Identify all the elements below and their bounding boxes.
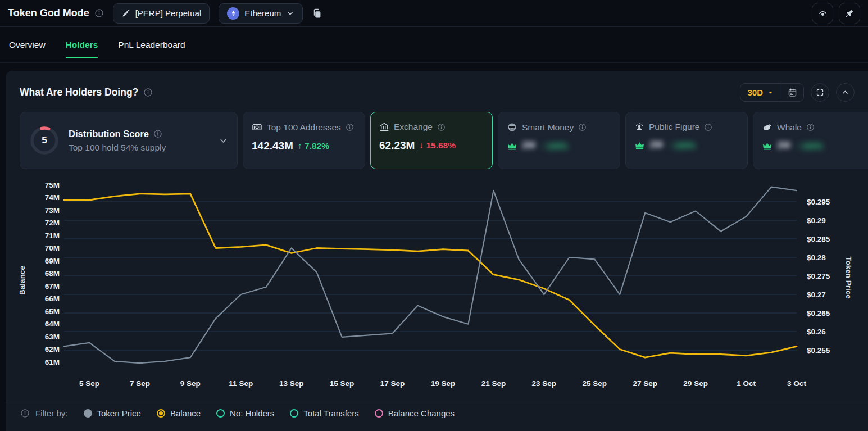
svg-text:$0.26: $0.26 xyxy=(807,328,826,336)
pin-icon xyxy=(844,8,855,19)
tab-overview[interactable]: Overview xyxy=(9,27,46,62)
svg-text:19 Sep: 19 Sep xyxy=(431,379,456,388)
svg-text:$0.29: $0.29 xyxy=(807,216,826,225)
info-icon[interactable] xyxy=(578,123,587,131)
stat-label: Public Figure xyxy=(649,122,699,132)
info-icon[interactable] xyxy=(437,123,446,131)
svg-text:$0.285: $0.285 xyxy=(807,235,830,243)
stat-card-public-figure[interactable]: Public Figure 2M ↑ 100% xyxy=(625,112,748,169)
bank-icon xyxy=(379,122,389,132)
masked-value: 2M xyxy=(777,140,790,151)
tab-holders[interactable]: Holders xyxy=(66,27,98,62)
svg-text:64M: 64M xyxy=(45,320,60,328)
panel-controls: 30D xyxy=(740,83,855,102)
holders-chart-svg: 75M74M73M72M71M70M69M68M67M66M65M64M63M6… xyxy=(10,174,861,398)
watchlist-button[interactable] xyxy=(812,3,833,24)
chevron-down-icon[interactable] xyxy=(219,136,228,146)
svg-text:$0.265: $0.265 xyxy=(807,309,830,317)
svg-text:$0.27: $0.27 xyxy=(807,291,826,299)
token-select-button[interactable]: [PERP] Perpetual xyxy=(113,3,210,24)
panel-title: What Are Holders Doing? xyxy=(20,87,138,98)
copy-address-icon[interactable] xyxy=(312,8,323,19)
masked-value: 2M xyxy=(649,139,663,151)
fullscreen-button[interactable] xyxy=(811,83,829,102)
svg-text:1 Oct: 1 Oct xyxy=(737,379,756,388)
svg-text:Balance: Balance xyxy=(18,266,26,295)
panel-header: What Are Holders Doing? 30D xyxy=(6,83,868,102)
crown-icon xyxy=(762,140,772,151)
info-icon[interactable] xyxy=(806,123,815,131)
holders-chart[interactable]: 75M74M73M72M71M70M69M68M67M66M65M64M63M6… xyxy=(6,174,868,400)
stat-change: ↓ 15.68% xyxy=(419,140,456,151)
stat-card-smart-money[interactable]: Smart Money 2M ↑ 100% xyxy=(498,112,620,169)
svg-text:61M: 61M xyxy=(45,358,60,366)
info-icon[interactable] xyxy=(704,123,712,131)
fullscreen-icon xyxy=(816,88,824,97)
filter-balance[interactable]: Balance xyxy=(157,409,201,418)
stat-value: 142.43M xyxy=(252,140,293,152)
info-icon[interactable] xyxy=(143,88,153,97)
filter-token-price[interactable]: Token Price xyxy=(84,409,141,418)
svg-text:11 Sep: 11 Sep xyxy=(229,379,253,388)
svg-text:72M: 72M xyxy=(45,219,60,227)
info-icon[interactable] xyxy=(94,8,104,18)
banknote-icon xyxy=(252,122,262,133)
top-bar: Token God Mode [PERP] Perpetual Ethereum xyxy=(0,0,868,27)
svg-text:$0.28: $0.28 xyxy=(807,253,826,262)
svg-text:23 Sep: 23 Sep xyxy=(532,379,557,388)
stat-label: Top 100 Addresses xyxy=(267,123,341,133)
filter-no-holders[interactable]: No: Holders xyxy=(216,409,274,418)
svg-text:Token Price: Token Price xyxy=(844,256,853,299)
chain-select-button[interactable]: Ethereum xyxy=(219,3,303,24)
svg-text:15 Sep: 15 Sep xyxy=(330,379,355,388)
ethereum-icon xyxy=(227,7,239,20)
legend-label: Balance Changes xyxy=(388,409,455,418)
chart-filter-bar: Filter by: Token Price Balance No: Holde… xyxy=(6,401,868,418)
whale-icon xyxy=(762,122,772,133)
svg-text:62M: 62M xyxy=(45,345,60,353)
collapse-button[interactable] xyxy=(836,83,855,102)
masked-change: ↑ 100% xyxy=(667,140,696,150)
svg-text:71M: 71M xyxy=(45,232,60,240)
chevron-down-icon xyxy=(767,89,774,96)
range-value: 30D xyxy=(747,88,763,97)
masked-change: ↑ 100% xyxy=(795,141,823,151)
stat-label: Whale xyxy=(777,123,802,133)
filter-by-label: Filter by: xyxy=(35,409,68,418)
svg-text:65M: 65M xyxy=(45,307,60,316)
range-dropdown[interactable]: 30D xyxy=(740,84,781,101)
svg-text:73M: 73M xyxy=(45,206,60,215)
stat-label: Smart Money xyxy=(522,123,574,133)
svg-text:7 Sep: 7 Sep xyxy=(130,379,150,388)
distribution-score-title: Distribution Score xyxy=(69,129,149,139)
svg-text:69M: 69M xyxy=(45,257,60,265)
distribution-score-value: 5 xyxy=(29,125,60,156)
chevron-down-icon xyxy=(286,9,294,17)
filter-total-transfers[interactable]: Total Transfers xyxy=(290,409,358,418)
watch-icon xyxy=(817,8,828,19)
svg-text:$0.255: $0.255 xyxy=(807,346,830,355)
tab-pnl-leaderboard[interactable]: PnL Leaderboard xyxy=(118,27,185,62)
svg-text:70M: 70M xyxy=(45,244,60,252)
distribution-score-card[interactable]: 5 Distribution Score Top 100 hold 54% su… xyxy=(20,112,238,169)
info-icon[interactable] xyxy=(346,123,354,131)
app-title-group: Token God Mode xyxy=(8,7,104,19)
svg-text:68M: 68M xyxy=(45,269,60,278)
stat-card-whale[interactable]: Whale 2M ↑ 100% xyxy=(753,112,868,169)
stat-value: 62.23M xyxy=(379,139,415,152)
svg-text:3 Oct: 3 Oct xyxy=(787,379,806,388)
calendar-button[interactable] xyxy=(781,84,803,101)
stat-card-exchange[interactable]: Exchange 62.23M ↓ 15.68% xyxy=(370,112,493,169)
svg-text:21 Sep: 21 Sep xyxy=(481,379,506,388)
smart-money-icon xyxy=(507,122,517,133)
stat-card-top-100-addresses[interactable]: Top 100 Addresses 142.43M ↑ 7.82% xyxy=(243,112,365,169)
info-icon[interactable] xyxy=(20,409,30,418)
public-figure-icon xyxy=(634,122,644,132)
tab-bar: Overview Holders PnL Leaderboard xyxy=(0,27,868,63)
token-price-swatch xyxy=(84,409,92,418)
pin-button[interactable] xyxy=(839,3,860,24)
chevron-up-icon xyxy=(841,88,849,97)
topbar-actions xyxy=(812,3,860,24)
info-icon[interactable] xyxy=(153,129,162,138)
filter-balance-changes[interactable]: Balance Changes xyxy=(375,409,455,418)
